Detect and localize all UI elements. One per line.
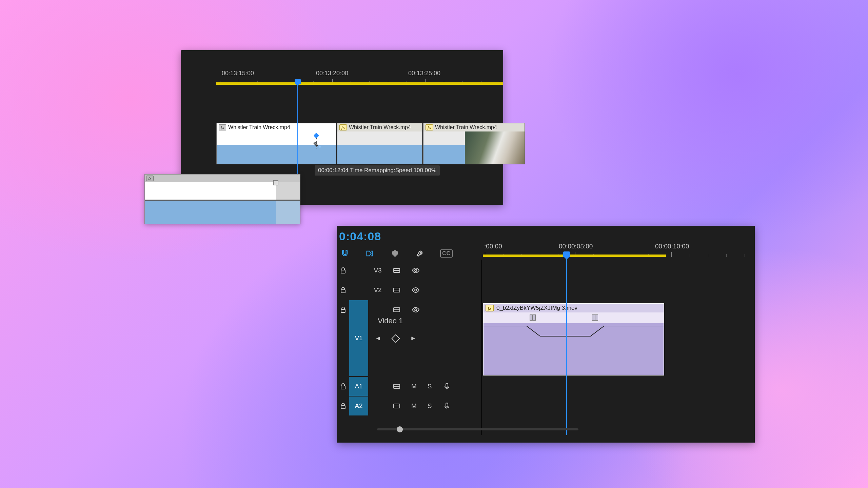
svg-rect-12 bbox=[341, 406, 345, 409]
timeline-toolbar: CC bbox=[340, 246, 453, 261]
captions-toggle-icon[interactable]: CC bbox=[440, 249, 453, 258]
timecode-label: :00:00 bbox=[484, 243, 502, 250]
svg-rect-6 bbox=[341, 309, 345, 312]
track-header-a1: A1 . M S bbox=[337, 377, 481, 396]
fx-badge-icon: fx bbox=[426, 124, 433, 130]
current-time-display[interactable]: 0:04:08 bbox=[339, 230, 381, 243]
timecode-label: 00:13:25:00 bbox=[408, 70, 440, 77]
lock-icon[interactable] bbox=[337, 402, 349, 410]
sync-lock-icon[interactable] bbox=[387, 306, 406, 314]
svg-point-5 bbox=[415, 289, 417, 291]
rate-stretch-handle[interactable] bbox=[273, 180, 278, 185]
source-patch-a1[interactable]: A1 bbox=[349, 377, 368, 396]
svg-point-8 bbox=[415, 309, 417, 311]
track-header-v2: V2 bbox=[337, 281, 481, 300]
svg-rect-9 bbox=[341, 386, 345, 389]
svg-rect-11 bbox=[446, 383, 448, 387]
timeline-zoom-scrollbar[interactable] bbox=[377, 428, 578, 430]
mute-button[interactable]: M bbox=[406, 402, 422, 410]
eye-icon[interactable] bbox=[406, 266, 425, 274]
svg-rect-3 bbox=[341, 290, 345, 293]
lock-icon[interactable] bbox=[337, 306, 349, 314]
marker-icon[interactable] bbox=[390, 248, 400, 259]
playhead[interactable] bbox=[566, 251, 567, 435]
keyframe-guide bbox=[316, 138, 317, 148]
keyframe-nav: ◄ ► bbox=[375, 335, 416, 342]
timecode-label: 00:00:05:00 bbox=[559, 243, 593, 250]
svg-rect-14 bbox=[446, 403, 448, 407]
time-remap-tooltip: 00:00:12:04 Time Remapping:Speed 100.00% bbox=[315, 165, 440, 176]
timecode-label: 00:00:10:00 bbox=[655, 243, 689, 250]
fx-badge-icon: fx bbox=[219, 124, 226, 130]
track-header-v3: V3 bbox=[337, 261, 481, 280]
fx-badge-icon: fx bbox=[486, 305, 494, 311]
eye-icon[interactable] bbox=[406, 286, 425, 294]
sync-lock-icon[interactable] bbox=[387, 382, 406, 390]
next-keyframe-button[interactable]: ► bbox=[410, 335, 416, 342]
sync-lock-icon[interactable] bbox=[387, 266, 406, 274]
clip-fragment-floating[interactable]: fx bbox=[144, 174, 300, 224]
eye-icon[interactable] bbox=[406, 306, 425, 314]
scrollbar-thumb[interactable] bbox=[397, 426, 403, 432]
lock-icon[interactable] bbox=[337, 286, 349, 294]
source-patch-a2[interactable]: A2 bbox=[349, 396, 368, 415]
voiceover-mic-icon[interactable] bbox=[437, 382, 456, 390]
speed-ramp-line[interactable] bbox=[484, 323, 664, 350]
clip-label: Whistler Train Wreck.mp4 bbox=[349, 124, 411, 130]
source-patch-v1[interactable]: V1 bbox=[349, 300, 368, 376]
speed-keyframe-handle[interactable] bbox=[530, 314, 536, 321]
voiceover-mic-icon[interactable] bbox=[437, 402, 456, 410]
work-area-bar[interactable] bbox=[483, 255, 666, 257]
fx-badge-icon: fx bbox=[146, 176, 154, 181]
linked-selection-icon[interactable] bbox=[365, 248, 375, 259]
track-header-divider bbox=[481, 260, 482, 435]
track-header-a2: A2 . M S bbox=[337, 396, 481, 415]
track-label[interactable]: V3 bbox=[368, 267, 387, 274]
clip-thumbnail bbox=[465, 131, 525, 164]
solo-button[interactable]: S bbox=[422, 383, 437, 390]
track-label[interactable]: V2 bbox=[368, 286, 387, 294]
clip-label: Whistler Train Wreck.mp4 bbox=[228, 124, 290, 130]
timecode-label: 00:13:15:00 bbox=[222, 70, 254, 77]
lock-icon[interactable] bbox=[337, 382, 349, 390]
track-name-v1: Video 1 bbox=[378, 317, 403, 325]
snap-toggle-icon[interactable] bbox=[340, 248, 350, 259]
speed-keyframe-handle[interactable] bbox=[592, 314, 598, 321]
clip-mov[interactable]: fx0_b2xlZyBkYW5jZXJfMg 3.mov bbox=[483, 303, 664, 375]
clip-whistler-3[interactable]: fxWhistler Train Wreck.mp4 bbox=[423, 123, 525, 164]
timecode-label: 00:13:20:00 bbox=[316, 70, 348, 77]
sync-lock-icon[interactable] bbox=[387, 402, 406, 410]
lock-icon[interactable] bbox=[337, 266, 349, 274]
prev-keyframe-button[interactable]: ◄ bbox=[375, 335, 381, 342]
svg-point-2 bbox=[415, 269, 417, 271]
work-area-bar[interactable] bbox=[216, 82, 503, 85]
clip-whistler-2[interactable]: fxWhistler Train Wreck.mp4 bbox=[337, 123, 422, 164]
mute-button[interactable]: M bbox=[406, 383, 422, 390]
wrench-settings-icon[interactable] bbox=[415, 248, 425, 259]
add-keyframe-button[interactable] bbox=[391, 334, 400, 343]
fx-badge-icon: fx bbox=[339, 124, 347, 130]
solo-button[interactable]: S bbox=[422, 402, 437, 410]
svg-rect-0 bbox=[341, 270, 345, 273]
clip-label: 0_b2xlZyBkYW5jZXJfMg 3.mov bbox=[496, 305, 577, 311]
clip-label: Whistler Train Wreck.mp4 bbox=[435, 124, 497, 130]
clip-whistler-1[interactable]: fxWhistler Train Wreck.mp4 ✎+ bbox=[216, 123, 336, 164]
sync-lock-icon[interactable] bbox=[387, 286, 406, 294]
video-track-clips: fxWhistler Train Wreck.mp4 ✎+ fxWhistler… bbox=[216, 123, 503, 164]
timeline-panel-lower: 0:04:08 CC :00:00 00:00:05:00 00:00:10:0… bbox=[337, 226, 755, 443]
